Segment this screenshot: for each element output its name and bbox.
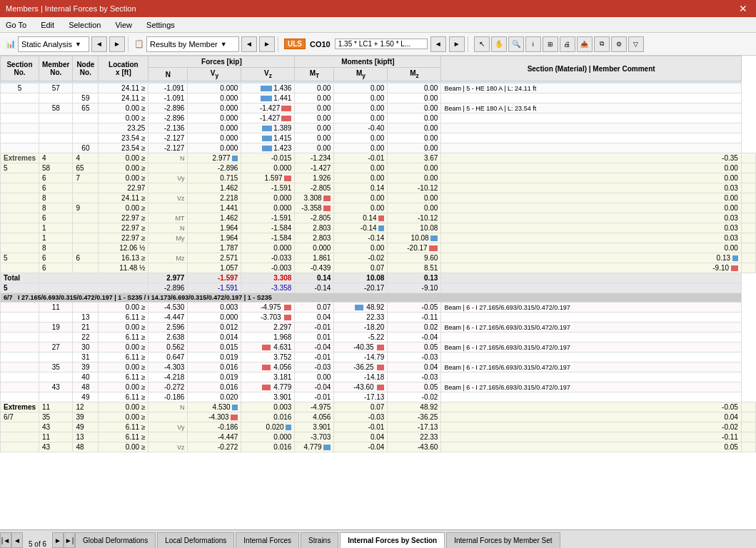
mt-val: 0.00: [334, 163, 388, 173]
mz-val: 0.00: [441, 163, 741, 173]
node-no-cell: 59: [73, 93, 99, 103]
info-btn[interactable]: i: [525, 36, 541, 52]
settings-btn[interactable]: ⚙: [611, 36, 627, 52]
col-MT: MT: [295, 68, 334, 81]
comment-cell: Beam | 5 - HE 180 A | L: 23.54 ft: [441, 103, 741, 113]
menu-edit[interactable]: Edit: [38, 19, 57, 31]
Vz-cell: 1.441: [241, 93, 295, 103]
extremes67-row2: 6/7 35 39 0.00 ≥ -4.303 0.016 4.056 -0.0…: [1, 412, 756, 422]
col-moments-group: Moments [kipft]: [295, 56, 441, 68]
section-no-cell: [1, 113, 39, 123]
extremes-label: Extremes: [1, 153, 39, 163]
table-btn[interactable]: ⊞: [543, 36, 558, 52]
vy-val: 0.000: [241, 163, 295, 173]
extremes-row-n: 1 22.97 ≥ N 1.964 -1.584 2.803 -0.14 10.…: [1, 223, 756, 233]
col-forces-group: Forces [kip]: [148, 56, 295, 68]
extremes-Mz: -0.35: [441, 153, 741, 163]
section-no-cell: [1, 133, 39, 143]
menu-selection[interactable]: Selection: [66, 19, 104, 31]
n-val: -2.896: [188, 163, 241, 173]
My-cell: 0.00: [334, 133, 388, 143]
static-analysis-dropdown[interactable]: Static Analysis ▼: [18, 36, 89, 52]
menu-view[interactable]: View: [112, 19, 135, 31]
node65: 65: [73, 163, 99, 173]
tab-first-btn[interactable]: |◄: [0, 532, 11, 548]
extremes67-row4: 11 13 6.11 ≥ -4.447 0.000 -3.703 0.04 22…: [1, 432, 756, 442]
tab-internal-forces[interactable]: Internal Forces: [236, 532, 299, 548]
table-row: 59 24.11 ≥ -1.091 0.000 1.441 0.00 0.00 …: [1, 93, 756, 103]
comment-cell: Beam | 5 - HE 180 A | L: 24.11 ft: [441, 83, 741, 93]
filter-btn[interactable]: ▽: [628, 36, 644, 52]
Vy-cell: 0.000: [188, 103, 241, 113]
MT-cell: 0.00: [295, 133, 334, 143]
mem58: 58: [39, 163, 73, 173]
copy-btn[interactable]: ⧉: [594, 36, 610, 52]
pan-btn[interactable]: ✋: [491, 36, 507, 52]
menu-goto[interactable]: Go To: [3, 19, 29, 31]
prev-combo-btn[interactable]: ◄: [430, 36, 446, 52]
Vz-cell: -1.427: [241, 103, 295, 113]
co-label: CO10: [308, 40, 332, 49]
tab-global-deformations[interactable]: Global Deformations: [75, 532, 156, 548]
next-combo-btn[interactable]: ►: [449, 36, 465, 52]
print-btn[interactable]: 🖨: [560, 36, 575, 52]
Vy-cell: 0.000: [188, 133, 241, 143]
combo-text[interactable]: 1.35 * LC1 + 1.50 * L...: [335, 39, 428, 49]
tab-internal-forces-by-member-set[interactable]: Internal Forces by Member Set: [446, 532, 560, 548]
tab-last-btn[interactable]: ►|: [64, 532, 75, 548]
tab-strains[interactable]: Strains: [301, 532, 338, 548]
total2-My: -20.17: [334, 283, 388, 293]
Mz-cell: 0.00: [388, 83, 441, 93]
vy-label: Vy: [148, 173, 188, 183]
node-no-cell: 65: [73, 103, 99, 113]
extremes-row-mz: 566 16.13 ≥ Mz 2.571 -0.033 1.861 -0.02 …: [1, 253, 756, 263]
N-cell: -1.091: [148, 93, 188, 103]
tab-internal-forces-by-section[interactable]: Internal Forces by Section: [340, 532, 445, 548]
next-result-btn[interactable]: ►: [259, 36, 275, 52]
Vy-cell: 0.000: [188, 93, 241, 103]
tab-local-deformations[interactable]: Local Deformations: [157, 532, 234, 548]
prev-analysis-btn[interactable]: ◄: [91, 36, 107, 52]
Mz-cell: 0.00: [388, 93, 441, 103]
comment-cell: [441, 143, 741, 153]
total2-MT: -0.14: [295, 283, 334, 293]
table-container[interactable]: SectionNo. MemberNo. NodeNo. Locationx […: [0, 56, 756, 529]
close-button[interactable]: ✕: [736, 3, 750, 14]
extremes-label-row: Extremes 4 4 0.00 ≥ N 2.977 -0.015 -1.23…: [1, 153, 756, 163]
Vy-cell: 0.000: [188, 123, 241, 133]
member-no-cell: [39, 133, 73, 143]
member-no-cell: [39, 123, 73, 133]
member-no-cell: 57: [39, 83, 73, 93]
tab-prev-btn[interactable]: ◄: [11, 532, 23, 548]
Mz-cell: 0.00: [388, 143, 441, 153]
table-row: 23.25 -2.136 0.000 1.389 0.00 -0.40 0.00: [1, 123, 756, 133]
table-row: 40 6.11 ≥ -4.218 0.019 3.181 0.00 -14.18…: [1, 372, 756, 382]
zoom-btn[interactable]: 🔍: [508, 36, 524, 52]
total-N: 2.977: [148, 273, 188, 283]
col-comment: Section (Material) | Member Comment: [441, 56, 741, 81]
MT-cell: 0.00: [295, 123, 334, 133]
table-row: 58 65 0.00 ≥ -2.896 0.000 -1.427 0.00 0.…: [1, 103, 756, 113]
export-btn[interactable]: 📤: [577, 36, 593, 52]
page-indicator: 5 of 6: [23, 540, 52, 548]
tab-next-btn[interactable]: ►: [52, 532, 64, 548]
next-analysis-btn[interactable]: ►: [109, 36, 125, 52]
extremes-Vz: -1.234: [295, 153, 334, 163]
total-Mz: 0.13: [388, 273, 441, 283]
section67-title: 6/7 I 27.165/6.693/0.315/0.472/0.197 | 1…: [1, 293, 742, 303]
results-by-member-dropdown[interactable]: Results by Member ▼: [146, 36, 239, 52]
Vz-cell: 1.415: [241, 133, 295, 143]
table-row: 35 39 0.00 ≥ -4.303 0.016 4.056 -0.03 -3…: [1, 362, 756, 372]
vz-val: -1.427: [295, 163, 334, 173]
menu-settings[interactable]: Settings: [143, 19, 178, 31]
total2-Vy: -1.591: [188, 283, 241, 293]
prev-result-btn[interactable]: ◄: [241, 36, 257, 52]
cursor-btn[interactable]: ↖: [474, 36, 490, 52]
Mz-cell: 0.00: [388, 123, 441, 133]
extremes-row-2: 5 58 65 0.00 ≥ -2.896 0.000 -1.427 0.00 …: [1, 163, 756, 173]
My-cell: 0.00: [334, 143, 388, 153]
Vz-cell: 1.389: [241, 123, 295, 133]
section-no-cell: 5: [1, 83, 39, 93]
my-val: 0.00: [388, 163, 441, 173]
N-cell: -2.136: [148, 123, 188, 133]
